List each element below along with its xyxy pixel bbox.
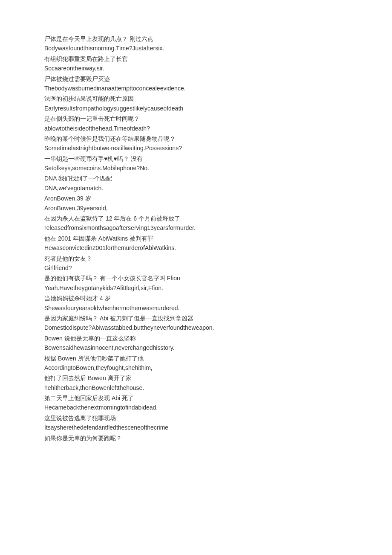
english-line: Socaareontheirway,sir. [44,64,348,73]
line-pair: 如果你是无辜的为何要跑呢？ [44,433,348,443]
chinese-line: 他在 2001 年因谋杀 AbiWatkins 被判有罪 [44,234,348,243]
chinese-line: 根据 Bowen 所说他们吵架了她打了他 [44,354,348,363]
chinese-line: 是的他们有孩子吗？ 有一个小女孩长官名字叫 Ffion [44,273,348,283]
english-line: Shewasfouryearsoldwhenhermotherrwasmurde… [44,303,348,313]
line-pair: 法医的初步结果说可能的死亡原因Earlyresultsfrompathology… [44,94,348,113]
content-container: 尸体是在今天早上发现的几点？ 刚过六点Bodywasfoundthismorni… [44,34,348,443]
english-line: DNA,we'vegotamatch. [44,183,348,193]
line-pair: 有组织犯罪重案局在路上了长官Socaareontheirway,sir. [44,54,348,73]
chinese-line: 是因为家庭纠纷吗？ Abi 被刀刺了但是一直没找到拿凶器 [44,314,348,323]
line-pair: 尸体被烧过需要毁尸灭迹Thebodywasburnedinanaattemptt… [44,74,348,93]
line-pair: 死者是他的女友？Girlfriend? [44,254,348,273]
chinese-line: 是在侧头部的一记重击死亡时间呢？ [44,114,348,123]
chinese-line: 昨晚的某个时候但是我们还在等结果随身物品呢？ [44,134,348,143]
line-pair: 他打了回去然后 Bowen 离开了家hehitherback,thenBowen… [44,373,348,392]
english-line: releasedfromsixmonthsagoafterserving13ye… [44,223,348,232]
english-line: Domesticdispute?Abiwasstabbed,buttheynev… [44,323,348,332]
english-line: Bodywasfoundthismorning.Time?Justaftersi… [44,44,348,53]
english-line: ablowtotheisideofthehead.Timeofdeath? [44,124,348,133]
english-line: AronBowen,39yearsold, [44,203,348,213]
english-line: Itsaysherethedefendantfledthesceneofthec… [44,423,348,432]
chinese-line: 他打了回去然后 Bowen 离开了家 [44,373,348,383]
chinese-line: 有组织犯罪重案局在路上了长官 [44,54,348,64]
english-line: Bowensaidhewasinnocent,neverchangedhisst… [44,343,348,352]
chinese-line: 如果你是无辜的为何要跑呢？ [44,433,348,443]
english-line: hehitherback,thenBowenleftthehouse. [44,383,348,392]
line-pair: 他在 2001 年因谋杀 AbiWatkins 被判有罪Hewasconvict… [44,234,348,253]
english-line: AccordingtoBowen,theyfought,shehithim, [44,363,348,372]
chinese-line: 一串钥匙一些硬币有手♥机♥吗？ 没有 [44,154,348,163]
english-line: Girlfriend? [44,263,348,273]
chinese-line: 尸体是在今天早上发现的几点？ 刚过六点 [44,34,348,44]
line-pair: AronBowen,39 岁AronBowen,39yearsold, [44,194,348,213]
chinese-line: DNA 我们找到了一个匹配 [44,174,348,183]
line-pair: 当她妈妈被杀时她才 4 岁Shewasfouryearsoldwhenhermo… [44,293,348,313]
line-pair: 第二天早上他回家后发现 Abi 死了Hecamebackthenextmorni… [44,393,348,413]
line-pair: 尸体是在今天早上发现的几点？ 刚过六点Bodywasfoundthismorni… [44,34,348,53]
chinese-line: 当她妈妈被杀时她才 4 岁 [44,293,348,303]
line-pair: 昨晚的某个时候但是我们还在等结果随身物品呢？Sometimelastnightb… [44,134,348,153]
chinese-line: 在因为杀人在监狱待了 12 年后在 6 个月前被释放了 [44,214,348,223]
chinese-line: 第二天早上他回家后发现 Abi 死了 [44,393,348,403]
chinese-line: 死者是他的女友？ [44,254,348,263]
chinese-line: Bowen 说他是无辜的一直这么坚称 [44,334,348,343]
line-pair: 是因为家庭纠纷吗？ Abi 被刀刺了但是一直没找到拿凶器Domesticdisp… [44,314,348,333]
chinese-line: 这里说被告逃离了犯罪现场 [44,413,348,423]
line-pair: 这里说被告逃离了犯罪现场Itsaysherethedefendantfledth… [44,413,348,433]
english-line: Hewasconvictedin2001forthemurderofAbiWat… [44,243,348,253]
english-line: Setofkeys,somecoins.Mobilephone?No. [44,163,348,173]
line-pair: Bowen 说他是无辜的一直这么坚称Bowensaidhewasinnocent… [44,334,348,353]
line-pair: 在因为杀人在监狱待了 12 年后在 6 个月前被释放了releasedfroms… [44,214,348,233]
line-pair: 是在侧头部的一记重击死亡时间呢？ablowtotheisideofthehead… [44,114,348,133]
chinese-line: AronBowen,39 岁 [44,194,348,203]
line-pair: 一串钥匙一些硬币有手♥机♥吗？ 没有Setofkeys,somecoins.Mo… [44,154,348,173]
english-line: Thebodywasburnedinanaattempttoconcealeev… [44,84,348,93]
english-line: Yeah.Havetheygotanykids?Alittlegirl,sir,… [44,283,348,293]
english-line: Sometimelastnightbutwe·restillwaiting.Po… [44,143,348,153]
line-pair: 根据 Bowen 所说他们吵架了她打了他AccordingtoBowen,the… [44,354,348,373]
chinese-line: 法医的初步结果说可能的死亡原因 [44,94,348,103]
line-pair: 是的他们有孩子吗？ 有一个小女孩长官名字叫 FfionYeah.Havethey… [44,273,348,293]
chinese-line: 尸体被烧过需要毁尸灭迹 [44,74,348,84]
line-pair: DNA 我们找到了一个匹配DNA,we'vegotamatch. [44,174,348,193]
english-line: Earlyresultsfrompathologysuggestlikelyca… [44,104,348,113]
english-line: Hecamebackthenextmorningtofindabidead. [44,403,348,412]
